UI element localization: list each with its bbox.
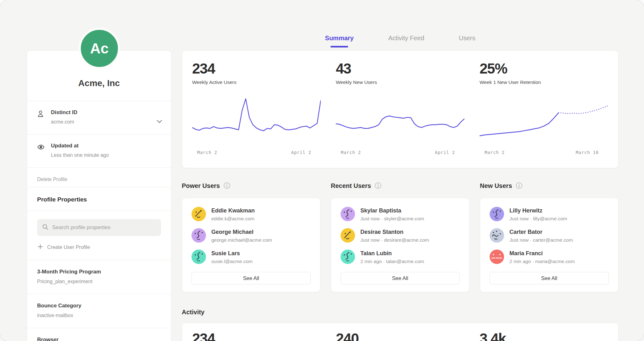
see-all-button[interactable]: See All (192, 272, 311, 284)
x-tick: April 2 (435, 150, 455, 155)
user-list-item[interactable]: Desirae Stanton Just now · desirare@acme… (341, 228, 460, 243)
profile-properties-card: Profile Properties Create User Profile 3… (27, 187, 171, 341)
user-subtitle: 2 min ago · talan@acme.com (360, 259, 424, 264)
stat-label: Weekly New Users (336, 80, 464, 85)
user-name: Susie Lars (211, 250, 253, 257)
x-tick: April 2 (291, 150, 311, 155)
user-subtitle: Just now · skyler@acme.com (360, 216, 424, 222)
person-icon (37, 109, 45, 125)
stat-week1-retention: 25% Week 1 New User Retention March 2 Ma… (480, 61, 608, 168)
user-name: Eddie Kwakman (211, 207, 255, 214)
stat-value: 234 (192, 61, 321, 76)
user-list-item[interactable]: Lilly Herwitz Just now · lilly@acme.com (490, 207, 609, 222)
property-item[interactable]: 3-Month Pricing Program Pricing_plan_exp… (27, 260, 171, 294)
see-all-button[interactable]: See All (341, 272, 460, 284)
stat-label: Week 1 New User Retention (480, 80, 608, 85)
user-subtitle: Just now · carter@acme.com (509, 237, 573, 243)
recent-users-section: Recent Users ⓘ Skylar Baptista Just now … (331, 182, 469, 292)
new-users-card: Lilly Herwitz Just now · lilly@acme.com … (480, 198, 619, 292)
user-list-item[interactable]: Carter Bator Just now · carter@acme.com (490, 228, 609, 243)
user-list-item[interactable]: Eddie Kwakman eddie.k@acme.com (192, 207, 311, 222)
x-tick: March 2 (341, 150, 361, 155)
property-value: inactive-mailbox (37, 313, 161, 318)
property-item[interactable]: Bounce Category inactive-mailbox (27, 294, 171, 328)
info-icon[interactable]: ⓘ (375, 183, 381, 189)
info-icon[interactable]: ⓘ (224, 183, 230, 189)
sparkline-chart (480, 97, 608, 147)
user-avatar (341, 228, 355, 243)
summary-card: 234 Weekly Active Users March 2 April 2 … (182, 50, 619, 168)
divider (27, 211, 171, 211)
user-subtitle: eddie.k@acme.com (211, 216, 255, 222)
tab-users[interactable]: Users (459, 35, 475, 47)
user-subtitle: george.michael@acme.com (211, 237, 272, 243)
power-users-card: Eddie Kwakman eddie.k@acme.com George Mi… (182, 198, 320, 292)
user-name: Carter Bator (509, 228, 573, 235)
tab-bar: Summary Activity Feed Users (182, 35, 619, 47)
updated-at-row[interactable]: Updated at Less than one minute ago (27, 135, 171, 168)
stat-weekly-new-users: 43 Weekly New Users March 2 April 2 (336, 61, 464, 168)
user-list-item[interactable]: Susie Lars susie.l@acme.com (192, 250, 311, 264)
x-tick: March 10 (576, 150, 599, 155)
activity-stat-value: 240 (336, 331, 464, 341)
stat-weekly-active-users: 234 Weekly Active Users March 2 April 2 (192, 61, 321, 168)
user-avatar (490, 207, 504, 221)
chevron-down-icon[interactable] (157, 119, 162, 124)
tab-summary[interactable]: Summary (325, 35, 354, 47)
property-value: Pricing_plan_experiment (37, 279, 161, 284)
app-window: Ac Acme, Inc Distinct ID acme.com Update… (0, 0, 644, 341)
activity-title: Activity (182, 309, 204, 316)
property-name: Browser (37, 337, 161, 341)
tab-activity-feed[interactable]: Activity Feed (388, 35, 424, 47)
profile-properties-title: Profile Properties (27, 187, 171, 211)
property-item[interactable]: Browser Chrome (27, 328, 171, 341)
plus-icon (38, 244, 43, 250)
user-subtitle: susie.l@acme.com (211, 259, 253, 264)
sparkline-chart (192, 97, 321, 147)
section-title: Power Users (182, 182, 220, 190)
user-name: George Michael (211, 228, 272, 235)
create-user-profile-button[interactable]: Create User Profile (27, 236, 171, 260)
profile-card: Acme, Inc Distinct ID acme.com Updated a… (27, 50, 171, 191)
search-profile-properties[interactable] (37, 219, 161, 236)
user-avatar (341, 250, 355, 264)
section-title: Recent Users (331, 182, 371, 190)
row-label: Distinct ID (51, 109, 77, 116)
power-users-section: Power Users ⓘ Eddie Kwakman eddie.k@acme… (182, 182, 320, 292)
company-avatar: Ac (79, 28, 120, 69)
user-avatar (192, 228, 206, 243)
search-icon (42, 224, 48, 231)
user-list-item[interactable]: Maria Franci 2 min ago · maria@acme.com (490, 250, 609, 264)
user-name: Talan Lubin (360, 250, 424, 257)
user-name: Skylar Baptista (360, 207, 424, 214)
search-input[interactable] (52, 224, 156, 231)
stat-value: 25% (480, 61, 608, 76)
new-users-section: New Users ⓘ Lilly Herwitz Just now · lil… (480, 182, 619, 292)
user-lists: Power Users ⓘ Eddie Kwakman eddie.k@acme… (182, 182, 619, 292)
distinct-id-row[interactable]: Distinct ID acme.com (27, 101, 171, 134)
row-label: Updated at (51, 143, 109, 149)
row-value: acme.com (51, 119, 77, 125)
sparkline-chart (336, 97, 464, 147)
user-subtitle: Just now · desirare@acme.com (360, 237, 429, 243)
x-tick: March 2 (197, 150, 217, 155)
info-icon[interactable]: ⓘ (516, 183, 522, 189)
activity-stat-value: 3.4k (480, 331, 608, 341)
property-name: Bounce Category (37, 303, 161, 309)
x-tick: March 2 (485, 150, 505, 155)
user-list-item[interactable]: Skylar Baptista Just now · skyler@acme.c… (341, 207, 460, 222)
user-list-item[interactable]: George Michael george.michael@acme.com (192, 228, 311, 243)
activity-stat-value: 234 (192, 331, 321, 341)
user-list-item[interactable]: Talan Lubin 2 min ago · talan@acme.com (341, 250, 460, 264)
user-name: Lilly Herwitz (509, 207, 567, 214)
user-avatar (490, 228, 504, 243)
stat-label: Weekly Active Users (192, 80, 321, 85)
user-avatar (341, 207, 355, 221)
activity-card: 234 240 3.4k (182, 323, 619, 341)
create-user-profile-label: Create User Profile (47, 245, 90, 250)
row-value: Less than one minute ago (51, 152, 109, 158)
see-all-button[interactable]: See All (490, 272, 609, 284)
section-title: New Users (480, 182, 512, 190)
user-avatar (490, 250, 504, 264)
eye-icon (37, 143, 45, 158)
